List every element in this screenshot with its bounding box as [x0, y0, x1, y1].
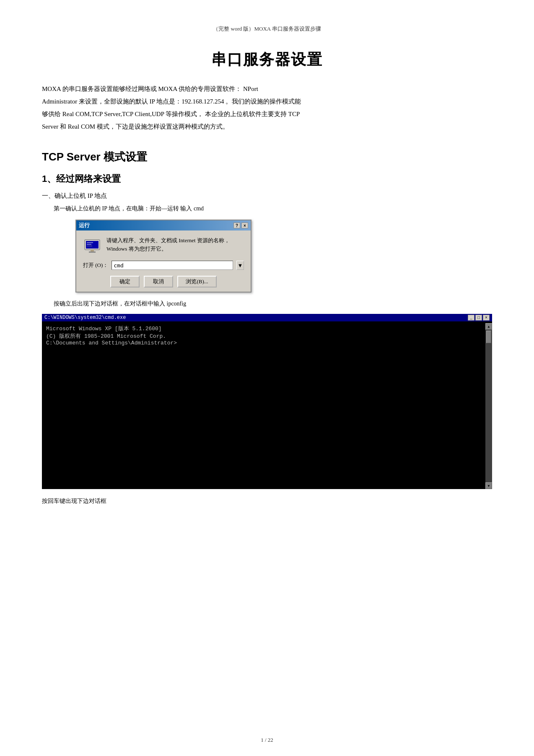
step1-desc: 第一确认上位机的 IP 地点，在电脑：开始—运转 输入 cmd	[42, 203, 492, 214]
page: （完整 word 版）MOXA 串口服务器设置步骤 串口服务器设置 MOXA 的…	[0, 0, 534, 756]
page-header-text: （完整 word 版）MOXA 串口服务器设置步骤	[213, 26, 321, 32]
step1-label: 一、确认上位机 IP 地点	[42, 192, 492, 200]
cmd-line2: (C) 版权所有 1985-2001 Microsoft Corp.	[46, 332, 488, 340]
run-dialog-ok-btn[interactable]: 确定	[110, 276, 140, 287]
run-dialog-btns: 确定 取消 浏览(B)...	[83, 276, 244, 287]
network-section-title: 1、经过网络来设置	[42, 173, 492, 185]
run-dialog-title: 运行	[79, 222, 90, 229]
page-header: （完整 word 版）MOXA 串口服务器设置步骤	[42, 25, 492, 33]
after-dialog-text: 按确立后出现下边对话框，在对话框中输入 ipconfig	[42, 298, 492, 309]
cmd-titlebar-btns: _ □ ×	[468, 315, 490, 321]
cmd-scroll-down-arrow[interactable]: ▼	[485, 482, 492, 489]
cmd-scroll-thumb[interactable]	[486, 331, 491, 343]
run-icon	[83, 236, 101, 255]
svg-rect-6	[89, 251, 96, 253]
cmd-close-btn[interactable]: ×	[483, 315, 490, 321]
run-dialog-desc: 请键入程序、文件夹、文档或 Internet 资源的名称，Windows 将为您…	[106, 236, 244, 253]
intro-line1: MOXA 的串口服务器设置能够经过网络或 MOXA 供给的专用设置软件： NPo…	[42, 85, 258, 92]
tcp-section-title: TCP Server 模式设置	[42, 150, 492, 164]
cmd-titlebar: C:\WINDOWS\system32\cmd.exe _ □ ×	[42, 314, 492, 321]
run-dialog-body: 请键入程序、文件夹、文档或 Internet 资源的名称，Windows 将为您…	[76, 230, 251, 292]
cmd-scrollbar[interactable]: ▲ ▼	[485, 323, 492, 489]
run-dialog-input-row: 打开 (O)： ▼	[83, 261, 244, 270]
cmd-line4: C:\Documents and Settings\Administrator>	[46, 340, 488, 346]
after-cmd-text: 按回车键出现下边对话框	[42, 497, 492, 505]
cmd-maximize-btn[interactable]: □	[475, 315, 482, 321]
run-dialog-input[interactable]	[111, 261, 233, 270]
run-dialog-content: 请键入程序、文件夹、文档或 Internet 资源的名称，Windows 将为您…	[83, 236, 244, 255]
page-footer: 1 / 22	[0, 737, 534, 743]
cmd-window: C:\WINDOWS\system32\cmd.exe _ □ × Micros…	[42, 314, 492, 489]
cmd-minimize-btn[interactable]: _	[468, 315, 474, 321]
cmd-line1: Microsoft Windows XP [版本 5.1.2600]	[46, 325, 488, 332]
cmd-title-text: C:\WINDOWS\system32\cmd.exe	[44, 315, 126, 321]
run-dialog-dropdown-btn[interactable]: ▼	[236, 261, 244, 270]
intro-text: MOXA 的串口服务器设置能够经过网络或 MOXA 供给的专用设置软件： NPo…	[42, 83, 492, 133]
cmd-scroll-up-arrow[interactable]: ▲	[485, 323, 492, 330]
main-title: 串口服务器设置	[42, 49, 492, 70]
footer-text: 1 / 22	[261, 737, 273, 743]
run-dialog-close-btn[interactable]: ×	[241, 223, 248, 228]
cmd-body: Microsoft Windows XP [版本 5.1.2600] (C) 版…	[42, 321, 492, 489]
intro-line4: Server 和 Real COM 模式，下边是设施怎样设置这两种模式的方式。	[42, 123, 229, 130]
intro-line3: 够供给 Real COM,TCP Server,TCP Client,UDP 等…	[42, 111, 300, 117]
run-dialog-titlebar-btns: ? ×	[233, 223, 248, 228]
intro-line2: Administrator 来设置，全部设施的默认 IP 地点是：192.168…	[42, 98, 301, 105]
svg-rect-5	[91, 250, 94, 251]
svg-rect-1	[86, 241, 99, 249]
run-dialog-input-label: 打开 (O)：	[83, 261, 108, 269]
run-dialog-cancel-btn[interactable]: 取消	[144, 276, 173, 287]
run-dialog-browse-btn[interactable]: 浏览(B)...	[177, 276, 216, 287]
run-dialog-titlebar: 运行 ? ×	[76, 220, 251, 230]
run-dialog: 运行 ? ×	[75, 220, 251, 293]
run-dialog-help-btn[interactable]: ?	[233, 223, 240, 228]
